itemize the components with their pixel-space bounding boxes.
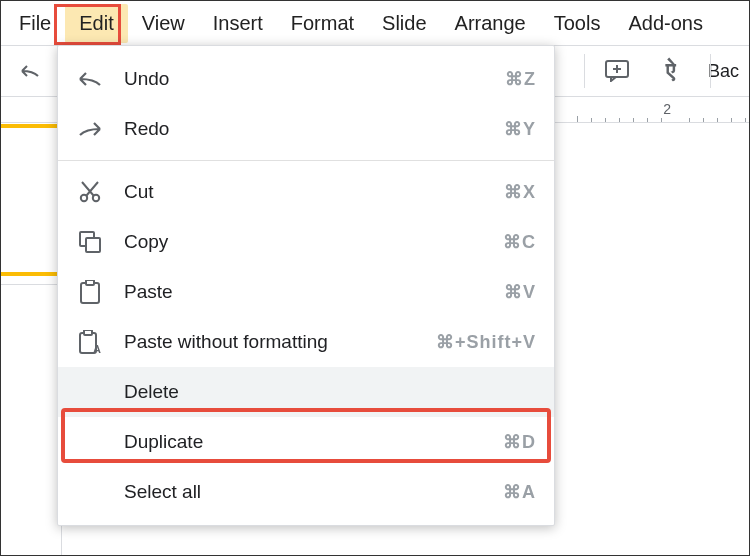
svg-text:A: A: [93, 343, 101, 354]
menu-file[interactable]: File: [5, 4, 65, 43]
menu-item-paste-without-formatting[interactable]: A Paste without formatting ⌘+Shift+V: [58, 317, 554, 367]
svg-rect-6: [86, 280, 94, 285]
clipboard-plain-icon: A: [76, 328, 104, 356]
menu-item-copy[interactable]: Copy ⌘C: [58, 217, 554, 267]
menu-edit[interactable]: Edit: [65, 4, 127, 43]
input-tools-button[interactable]: ऐ: [654, 54, 688, 88]
menu-item-shortcut: ⌘+Shift+V: [436, 331, 536, 353]
undo-button[interactable]: [13, 54, 47, 88]
menu-item-label: Delete: [124, 381, 536, 403]
menu-item-shortcut: ⌘D: [503, 431, 536, 453]
copy-icon: [76, 228, 104, 256]
redo-icon: [76, 115, 104, 143]
menu-item-label: Select all: [124, 481, 503, 503]
menu-view[interactable]: View: [128, 4, 199, 43]
add-comment-button[interactable]: [600, 54, 634, 88]
edit-dropdown-menu: Undo ⌘Z Redo ⌘Y Cut ⌘X Copy ⌘C Paste ⌘V …: [57, 45, 555, 526]
undo-icon: [76, 65, 104, 93]
svg-rect-4: [86, 238, 100, 252]
slide-panel: [1, 124, 61, 555]
clipboard-icon: [76, 278, 104, 306]
comment-icon: [605, 60, 629, 82]
svg-point-2: [93, 195, 99, 201]
menu-item-shortcut: ⌘C: [503, 231, 536, 253]
menubar: File Edit View Insert Format Slide Arran…: [1, 1, 749, 45]
menu-item-redo[interactable]: Redo ⌘Y: [58, 104, 554, 154]
menu-item-cut[interactable]: Cut ⌘X: [58, 167, 554, 217]
menu-item-shortcut: ⌘X: [504, 181, 536, 203]
menu-insert[interactable]: Insert: [199, 4, 277, 43]
input-tools-icon: ऐ: [666, 58, 676, 84]
menu-format[interactable]: Format: [277, 4, 368, 43]
background-button[interactable]: Bac: [708, 61, 739, 82]
menu-item-label: Redo: [124, 118, 504, 140]
scissors-icon: [76, 178, 104, 206]
slide-thumb-highlight: [1, 272, 61, 276]
menu-item-shortcut: ⌘Z: [505, 68, 536, 90]
menu-item-label: Paste: [124, 281, 504, 303]
menu-item-duplicate[interactable]: Duplicate ⌘D: [58, 417, 554, 467]
menu-tools[interactable]: Tools: [540, 4, 615, 43]
menu-item-shortcut: ⌘Y: [504, 118, 536, 140]
menu-item-label: Undo: [124, 68, 505, 90]
menu-item-label: Copy: [124, 231, 503, 253]
menu-item-undo[interactable]: Undo ⌘Z: [58, 54, 554, 104]
menu-arrange[interactable]: Arrange: [441, 4, 540, 43]
menu-item-shortcut: ⌘V: [504, 281, 536, 303]
menu-addons[interactable]: Add-ons: [614, 4, 717, 43]
menu-item-label: Duplicate: [124, 431, 503, 453]
undo-arrow-icon: [19, 64, 41, 78]
ruler-number: 2: [663, 101, 671, 117]
menu-item-label: Paste without formatting: [124, 331, 436, 353]
slide-thumb-highlight: [1, 124, 61, 128]
menu-item-shortcut: ⌘A: [503, 481, 536, 503]
menu-item-select-all[interactable]: Select all ⌘A: [58, 467, 554, 517]
menu-divider: [58, 160, 554, 161]
svg-rect-8: [84, 330, 92, 335]
menu-item-paste[interactable]: Paste ⌘V: [58, 267, 554, 317]
menu-slide[interactable]: Slide: [368, 4, 440, 43]
svg-point-1: [81, 195, 87, 201]
menu-item-delete[interactable]: Delete: [58, 367, 554, 417]
menu-item-label: Cut: [124, 181, 504, 203]
